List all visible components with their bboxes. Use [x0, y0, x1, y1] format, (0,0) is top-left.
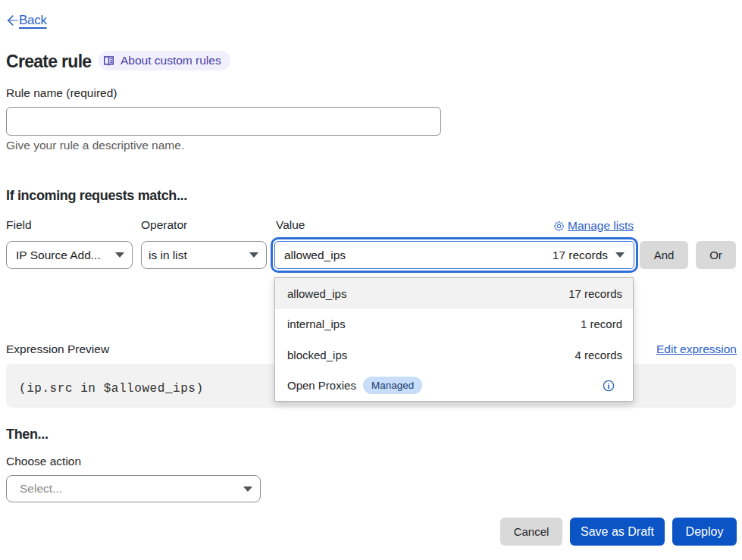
svg-text:i: i — [608, 382, 610, 390]
